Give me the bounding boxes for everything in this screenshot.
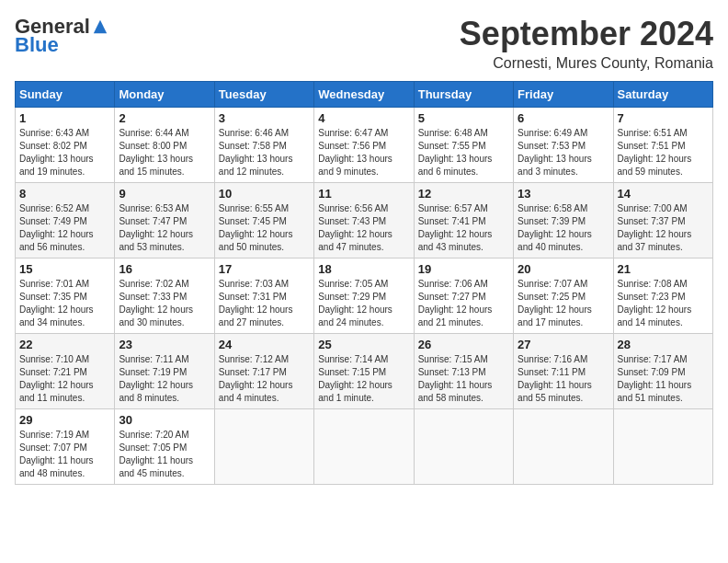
day-cell: 15 Sunrise: 7:01 AMSunset: 7:35 PMDaylig… <box>16 259 115 334</box>
day-number: 13 <box>518 187 609 201</box>
day-cell <box>214 409 313 485</box>
day-cell: 12 Sunrise: 6:57 AMSunset: 7:41 PMDaylig… <box>414 183 513 259</box>
day-details: Sunrise: 7:14 AMSunset: 7:15 PMDaylight:… <box>318 353 409 405</box>
day-number: 19 <box>418 262 509 276</box>
day-details: Sunrise: 6:57 AMSunset: 7:41 PMDaylight:… <box>418 202 509 254</box>
day-number: 21 <box>618 262 709 276</box>
day-details: Sunrise: 7:05 AMSunset: 7:29 PMDaylight:… <box>318 278 409 329</box>
week-row-3: 15 Sunrise: 7:01 AMSunset: 7:35 PMDaylig… <box>16 259 713 334</box>
day-cell: 17 Sunrise: 7:03 AMSunset: 7:31 PMDaylig… <box>214 259 313 334</box>
day-details: Sunrise: 6:43 AMSunset: 8:02 PMDaylight:… <box>19 127 110 178</box>
day-cell: 22 Sunrise: 7:10 AMSunset: 7:21 PMDaylig… <box>16 334 115 409</box>
day-cell: 18 Sunrise: 7:05 AMSunset: 7:29 PMDaylig… <box>314 259 414 334</box>
day-cell <box>414 409 513 485</box>
header-sunday: Sunday <box>16 82 115 108</box>
day-number: 17 <box>219 262 310 276</box>
day-cell: 9 Sunrise: 6:53 AMSunset: 7:47 PMDayligh… <box>115 183 214 259</box>
day-details: Sunrise: 6:47 AMSunset: 7:56 PMDaylight:… <box>318 127 409 178</box>
day-details: Sunrise: 6:46 AMSunset: 7:58 PMDaylight:… <box>219 127 310 178</box>
logo: General Blue <box>15 15 108 57</box>
day-number: 18 <box>318 262 409 276</box>
day-details: Sunrise: 6:58 AMSunset: 7:39 PMDaylight:… <box>518 202 609 254</box>
day-details: Sunrise: 7:01 AMSunset: 7:35 PMDaylight:… <box>19 278 110 329</box>
day-cell: 26 Sunrise: 7:15 AMSunset: 7:13 PMDaylig… <box>414 334 513 409</box>
day-details: Sunrise: 7:02 AMSunset: 7:33 PMDaylight:… <box>119 278 210 329</box>
day-number: 30 <box>119 413 210 427</box>
day-cell: 4 Sunrise: 6:47 AMSunset: 7:56 PMDayligh… <box>314 108 414 183</box>
day-number: 2 <box>119 111 210 125</box>
logo-blue-text: Blue <box>15 33 59 57</box>
day-number: 27 <box>518 338 609 351</box>
header-monday: Monday <box>115 82 214 108</box>
day-cell: 19 Sunrise: 7:06 AMSunset: 7:27 PMDaylig… <box>414 259 513 334</box>
day-number: 14 <box>618 187 709 201</box>
logo-icon <box>92 18 108 35</box>
week-row-4: 22 Sunrise: 7:10 AMSunset: 7:21 PMDaylig… <box>16 334 713 409</box>
day-cell: 29 Sunrise: 7:19 AMSunset: 7:07 PMDaylig… <box>16 409 115 485</box>
day-number: 28 <box>618 338 709 351</box>
day-details: Sunrise: 7:19 AMSunset: 7:07 PMDaylight:… <box>19 429 110 480</box>
day-cell: 20 Sunrise: 7:07 AMSunset: 7:25 PMDaylig… <box>514 259 613 334</box>
day-details: Sunrise: 7:06 AMSunset: 7:27 PMDaylight:… <box>418 278 509 329</box>
day-number: 10 <box>219 187 310 201</box>
day-cell: 30 Sunrise: 7:20 AMSunset: 7:05 PMDaylig… <box>115 409 214 485</box>
day-details: Sunrise: 6:48 AMSunset: 7:55 PMDaylight:… <box>418 127 509 178</box>
day-cell: 16 Sunrise: 7:02 AMSunset: 7:33 PMDaylig… <box>115 259 214 334</box>
day-number: 5 <box>418 111 509 125</box>
day-details: Sunrise: 7:03 AMSunset: 7:31 PMDaylight:… <box>219 278 310 329</box>
day-number: 6 <box>518 111 609 125</box>
day-details: Sunrise: 6:44 AMSunset: 8:00 PMDaylight:… <box>119 127 210 178</box>
day-number: 22 <box>19 338 110 351</box>
day-details: Sunrise: 6:53 AMSunset: 7:47 PMDaylight:… <box>119 202 210 254</box>
day-number: 20 <box>518 262 609 276</box>
day-cell: 8 Sunrise: 6:52 AMSunset: 7:49 PMDayligh… <box>16 183 115 259</box>
week-row-5: 29 Sunrise: 7:19 AMSunset: 7:07 PMDaylig… <box>16 409 713 485</box>
day-cell: 2 Sunrise: 6:44 AMSunset: 8:00 PMDayligh… <box>115 108 214 183</box>
day-details: Sunrise: 7:07 AMSunset: 7:25 PMDaylight:… <box>518 278 609 329</box>
day-details: Sunrise: 7:12 AMSunset: 7:17 PMDaylight:… <box>219 353 310 405</box>
day-details: Sunrise: 7:16 AMSunset: 7:11 PMDaylight:… <box>518 353 609 405</box>
day-number: 1 <box>19 111 110 125</box>
day-cell: 27 Sunrise: 7:16 AMSunset: 7:11 PMDaylig… <box>514 334 613 409</box>
day-number: 8 <box>19 187 110 201</box>
day-number: 11 <box>318 187 409 201</box>
day-details: Sunrise: 7:20 AMSunset: 7:05 PMDaylight:… <box>119 429 210 480</box>
day-cell: 7 Sunrise: 6:51 AMSunset: 7:51 PMDayligh… <box>613 108 712 183</box>
day-number: 12 <box>418 187 509 201</box>
month-title: September 2024 <box>460 15 713 53</box>
day-number: 4 <box>318 111 409 125</box>
header: General Blue September 2024 Cornesti, Mu… <box>15 15 713 72</box>
day-number: 23 <box>119 338 210 351</box>
day-details: Sunrise: 6:49 AMSunset: 7:53 PMDaylight:… <box>518 127 609 178</box>
day-details: Sunrise: 7:10 AMSunset: 7:21 PMDaylight:… <box>19 353 110 405</box>
day-cell: 11 Sunrise: 6:56 AMSunset: 7:43 PMDaylig… <box>314 183 414 259</box>
day-cell: 6 Sunrise: 6:49 AMSunset: 7:53 PMDayligh… <box>514 108 613 183</box>
day-cell <box>314 409 414 485</box>
day-number: 29 <box>19 413 110 427</box>
day-number: 15 <box>19 262 110 276</box>
day-cell: 10 Sunrise: 6:55 AMSunset: 7:45 PMDaylig… <box>214 183 313 259</box>
header-tuesday: Tuesday <box>214 82 313 108</box>
calendar-table: SundayMondayTuesdayWednesdayThursdayFrid… <box>15 81 713 485</box>
title-area: September 2024 Cornesti, Mures County, R… <box>460 15 713 72</box>
day-cell <box>514 409 613 485</box>
day-number: 3 <box>219 111 310 125</box>
location-title: Cornesti, Mures County, Romania <box>460 55 713 72</box>
day-cell: 14 Sunrise: 7:00 AMSunset: 7:37 PMDaylig… <box>613 183 712 259</box>
header-row: SundayMondayTuesdayWednesdayThursdayFrid… <box>16 82 713 108</box>
day-cell <box>613 409 712 485</box>
header-wednesday: Wednesday <box>314 82 414 108</box>
header-saturday: Saturday <box>613 82 712 108</box>
day-details: Sunrise: 6:51 AMSunset: 7:51 PMDaylight:… <box>618 127 709 178</box>
header-friday: Friday <box>514 82 613 108</box>
day-number: 9 <box>119 187 210 201</box>
day-cell: 28 Sunrise: 7:17 AMSunset: 7:09 PMDaylig… <box>613 334 712 409</box>
day-details: Sunrise: 7:08 AMSunset: 7:23 PMDaylight:… <box>618 278 709 329</box>
day-cell: 23 Sunrise: 7:11 AMSunset: 7:19 PMDaylig… <box>115 334 214 409</box>
day-number: 7 <box>618 111 709 125</box>
day-cell: 24 Sunrise: 7:12 AMSunset: 7:17 PMDaylig… <box>214 334 313 409</box>
day-number: 24 <box>219 338 310 351</box>
day-cell: 1 Sunrise: 6:43 AMSunset: 8:02 PMDayligh… <box>16 108 115 183</box>
day-cell: 5 Sunrise: 6:48 AMSunset: 7:55 PMDayligh… <box>414 108 513 183</box>
day-details: Sunrise: 7:00 AMSunset: 7:37 PMDaylight:… <box>618 202 709 254</box>
